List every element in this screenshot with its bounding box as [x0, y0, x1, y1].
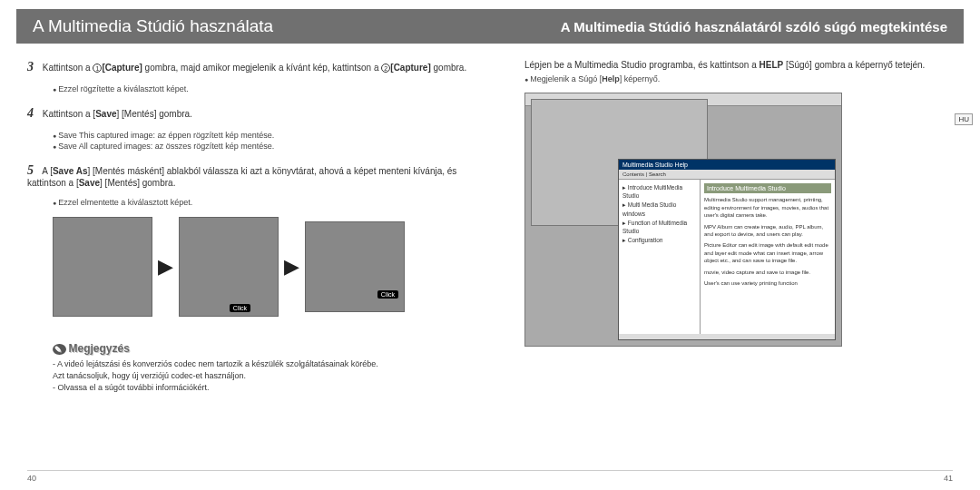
step-4-bullet-1: Save This captured image: az éppen rögzí… — [53, 130, 472, 142]
arrow-right-icon: ▶ — [284, 255, 299, 279]
page-number-right: 41 — [944, 474, 953, 483]
note-heading: Megjegyzés — [53, 342, 472, 355]
step-4: 4 Kattintson a [Save] [Mentés] gombra. — [27, 106, 472, 121]
step-5: 5 A [Save As] [Mentés másként] ablakból … — [27, 163, 472, 188]
step-3: 3 Kattintson a 1[Capture] gombra, majd a… — [27, 60, 472, 74]
right-bullet: Megjelenik a Súgó [Help] képernyő. — [524, 74, 953, 85]
help-body: ▸ Introduce MultiMedia Studio ▸ Multi Me… — [619, 180, 835, 334]
click-badge: Click — [377, 290, 398, 299]
step-number: 4 — [27, 106, 40, 121]
step-4-bullet-2: Save All captured images: az összes rögz… — [53, 141, 472, 152]
thumbnail-row: ▶ Click ▶ Click — [53, 217, 472, 317]
step-number: 3 — [27, 60, 40, 74]
screenshot-capture-2: Click — [179, 217, 279, 317]
language-tab: HU — [955, 113, 973, 125]
help-panel-title: Introduce Multimedia Studio — [704, 183, 831, 194]
help-window-title: Multimedia Studio Help — [619, 160, 835, 170]
content-area: 3 Kattintson a 1[Capture] gombra, majd a… — [0, 44, 980, 400]
page-header: A Multimedia Stúdió használata A Multime… — [16, 9, 964, 44]
header-title-right: A Multimedia Stúdió használatáról szóló … — [561, 19, 947, 34]
page-footer: 40 41 — [27, 470, 953, 483]
page-number-left: 40 — [27, 474, 36, 483]
step-number: 5 — [27, 163, 40, 178]
note-line-1: - A videó lejátszási és konverziós codec… — [53, 358, 472, 370]
help-tabs: Contents | Search — [619, 170, 835, 180]
click-badge: Click — [230, 304, 250, 312]
screenshot-saveas-dialog: Click — [305, 221, 405, 312]
help-content: Introduce Multimedia Studio Multimedia S… — [701, 180, 835, 334]
note-line-2: Azt tanácsoljuk, hogy új verziójú codec-… — [53, 370, 472, 382]
circled-2-icon: 2 — [381, 64, 390, 73]
help-window: Multimedia Studio Help Contents | Search… — [618, 159, 836, 340]
circled-1-icon: 1 — [93, 64, 102, 73]
main-app-screenshot: Click Multimedia Studio Help Contents | … — [524, 93, 842, 347]
right-intro: Lépjen be a Multimedia Studio programba,… — [524, 60, 953, 70]
step-5-bullet: Ezzel elmentette a kiválasztott képet. — [53, 197, 472, 209]
arrow-right-icon: ▶ — [158, 255, 173, 279]
header-title-left: A Multimedia Stúdió használata — [33, 16, 273, 36]
right-column: Lépjen be a Multimedia Studio programba,… — [508, 60, 953, 393]
screenshot-capture-1 — [53, 217, 152, 317]
left-column: 3 Kattintson a 1[Capture] gombra, majd a… — [27, 60, 472, 393]
note-line-3: - Olvassa el a súgót további információk… — [53, 382, 472, 394]
help-tree: ▸ Introduce MultiMedia Studio ▸ Multi Me… — [619, 180, 701, 334]
step-3-bullet: Ezzel rögzítette a kiválasztott képet. — [53, 83, 472, 95]
